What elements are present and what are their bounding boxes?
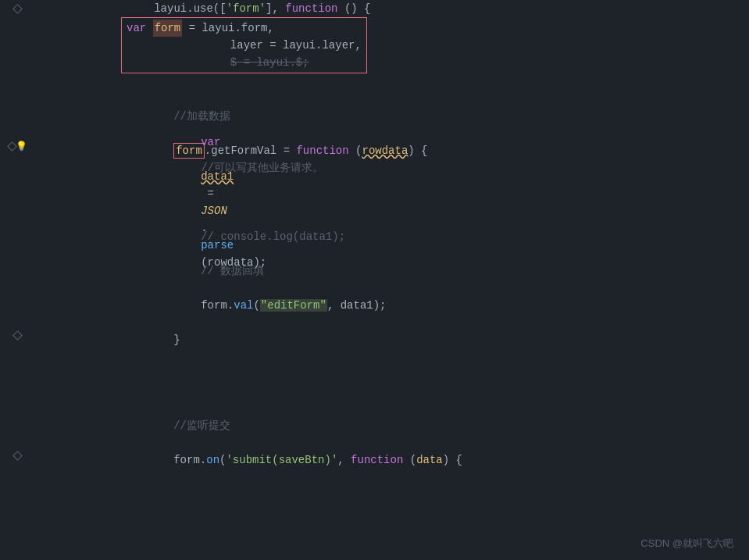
gutter-row-11 bbox=[0, 172, 35, 189]
code-line-5 bbox=[39, 73, 749, 91]
tok: data1 bbox=[201, 170, 234, 183]
tok: var bbox=[201, 136, 220, 148]
tok: = bbox=[201, 187, 220, 200]
gutter-row-7 bbox=[0, 103, 35, 120]
gutter-row-2 bbox=[0, 17, 35, 34]
tok: val bbox=[234, 299, 253, 312]
tok: form. bbox=[173, 454, 206, 466]
code-line-18: form.val("editForm", data1); bbox=[39, 297, 749, 314]
gutter-row-20 bbox=[0, 326, 35, 344]
watermark: CSDN @就叫飞六吧 bbox=[640, 537, 733, 551]
tok: form. bbox=[201, 299, 234, 312]
fold-marker-20[interactable] bbox=[12, 330, 23, 341]
tok: ) { bbox=[408, 144, 427, 157]
code-line-7: //加载数据 bbox=[39, 108, 749, 125]
tok: 'submit(saveBtn)' bbox=[226, 454, 337, 466]
gutter-row-8 bbox=[0, 120, 35, 137]
code-content: layui.use(['form'], function () { var fo… bbox=[35, 0, 749, 560]
code-line-14: // console.log(data1); bbox=[39, 228, 749, 245]
gutter-row-18 bbox=[0, 292, 35, 309]
gutter-row-22 bbox=[0, 361, 35, 378]
tok: ( bbox=[253, 299, 259, 312]
gutter-row-12 bbox=[0, 189, 35, 206]
gutter-row-21 bbox=[0, 344, 35, 361]
tok: // console.log(data1); bbox=[201, 230, 345, 243]
gutter-row-23 bbox=[0, 378, 35, 395]
gutter-row-19 bbox=[0, 309, 35, 326]
tok: ( bbox=[349, 144, 362, 157]
tok: , bbox=[337, 454, 351, 466]
tok: $ = layui.$; bbox=[230, 56, 309, 69]
tok: ( bbox=[403, 454, 416, 466]
tok: function bbox=[351, 454, 403, 466]
tok: } bbox=[173, 334, 180, 346]
code-line-16: // 数据回填 bbox=[39, 262, 749, 280]
tok: data bbox=[416, 454, 443, 466]
tok: , data1); bbox=[327, 299, 387, 312]
code-line-12: var data1 = JSON . parse (rowdata); bbox=[39, 194, 749, 211]
code-line-22 bbox=[39, 366, 749, 383]
tok: ], bbox=[266, 2, 285, 15]
tok: rowdata bbox=[362, 144, 408, 157]
code-line-15 bbox=[39, 245, 749, 262]
gutter-row-27 bbox=[0, 447, 35, 464]
gutter: 💡 bbox=[0, 0, 35, 560]
tok: var bbox=[127, 20, 146, 37]
gutter-row-26 bbox=[0, 430, 35, 447]
gutter-row-9: 💡 bbox=[0, 137, 35, 155]
code-line-9: form.getFormVal = function (rowdata) { bbox=[39, 142, 749, 159]
code-line-1: layui.use(['form'], function () { bbox=[39, 0, 749, 17]
code-line-13 bbox=[39, 211, 749, 228]
editor: 💡 layui.use(['form'], function () { bbox=[0, 0, 749, 560]
gutter-row-17 bbox=[0, 275, 35, 292]
gutter-row-25 bbox=[0, 412, 35, 430]
gutter-row-5 bbox=[0, 69, 35, 86]
gutter-row-15 bbox=[0, 241, 35, 258]
gutter-row-6 bbox=[0, 86, 35, 103]
code-line-20: } bbox=[39, 331, 749, 348]
tok: function bbox=[285, 2, 337, 15]
gutter-row-10 bbox=[0, 155, 35, 172]
tok bbox=[201, 153, 207, 166]
gutter-row-3 bbox=[0, 34, 35, 52]
gutter-row-4 bbox=[0, 52, 35, 69]
tok: layui.use([ bbox=[154, 2, 226, 15]
code-line-17 bbox=[39, 280, 749, 297]
code-line-27: form.on('submit(saveBtn)', function (dat… bbox=[39, 451, 749, 469]
gutter-row-16 bbox=[0, 258, 35, 275]
fold-marker-1[interactable] bbox=[12, 4, 23, 14]
code-line-25: //监听提交 bbox=[39, 417, 749, 434]
tok: //监听提交 bbox=[173, 419, 230, 432]
tok: 'form' bbox=[226, 2, 266, 15]
gutter-row-13 bbox=[0, 206, 35, 223]
gutter-row-24 bbox=[0, 395, 35, 412]
tok: "editForm" bbox=[260, 299, 327, 312]
tok: // 数据回填 bbox=[201, 265, 264, 277]
fold-marker-27[interactable] bbox=[12, 451, 23, 461]
gutter-row-1 bbox=[0, 0, 35, 17]
tok: () { bbox=[338, 2, 371, 15]
red-border-block: var form = layui.form, layer = layui.lay… bbox=[121, 17, 745, 73]
tok: ) { bbox=[443, 454, 462, 466]
tok: on bbox=[206, 454, 219, 466]
code-line-11 bbox=[39, 177, 749, 194]
code-line-23 bbox=[39, 383, 749, 400]
gutter-row-14 bbox=[0, 223, 35, 241]
